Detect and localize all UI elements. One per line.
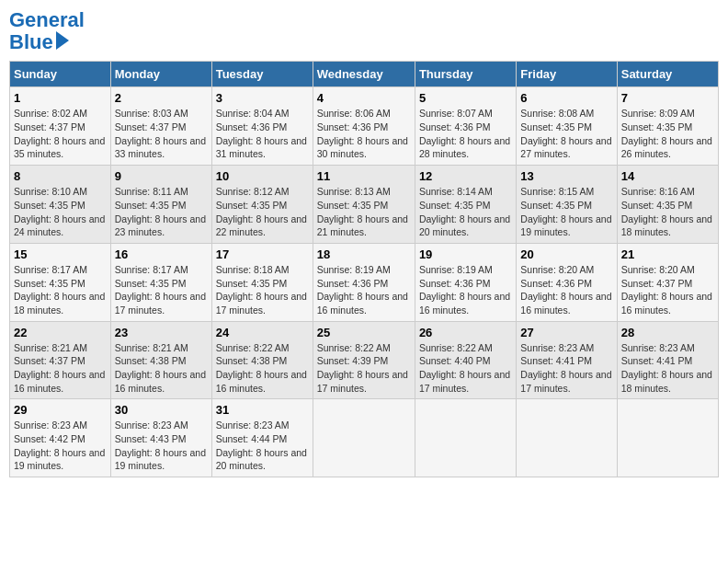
sunset-time: 4:36 PM: [251, 121, 287, 132]
sunset-label: Sunset:: [14, 355, 50, 366]
sunrise-label: Sunrise:: [115, 264, 153, 275]
sunset-label: Sunset:: [216, 433, 252, 444]
calendar-cell: 24 Sunrise: 8:22 AM Sunset: 4:38 PM Dayl…: [211, 321, 313, 399]
sunset-label: Sunset:: [520, 355, 556, 366]
sunrise-label: Sunrise:: [115, 108, 153, 119]
sunrise-label: Sunrise:: [419, 186, 457, 197]
sunrise-label: Sunrise:: [115, 342, 153, 353]
sunrise-label: Sunrise:: [14, 186, 51, 197]
calendar-cell: 8 Sunrise: 8:10 AM Sunset: 4:35 PM Dayli…: [10, 166, 111, 244]
sunset-label: Sunset:: [621, 278, 657, 289]
sunset-label: Sunset:: [216, 355, 252, 366]
calendar-cell: 20 Sunrise: 8:20 AM Sunset: 4:36 PM Dayl…: [517, 243, 617, 321]
day-number: 26: [419, 326, 512, 339]
sunset-label: Sunset:: [419, 278, 455, 289]
day-number: 5: [419, 91, 512, 105]
sunset-time: 4:38 PM: [251, 355, 287, 366]
sunset-time: 4:43 PM: [150, 433, 186, 444]
sunrise-time: 8:06 AM: [355, 108, 391, 119]
sunset-label: Sunset:: [520, 278, 556, 289]
sunset-label: Sunset:: [621, 121, 657, 132]
sunset-time: 4:44 PM: [251, 433, 287, 444]
calendar-cell: [517, 399, 617, 477]
daylight-label: Daylight:: [621, 135, 662, 146]
calendar-cell: 31 Sunrise: 8:23 AM Sunset: 4:44 PM Dayl…: [211, 399, 313, 477]
sunset-time: 4:42 PM: [50, 433, 85, 444]
sunrise-label: Sunrise:: [520, 264, 558, 275]
day-info: Sunrise: 8:07 AM Sunset: 4:36 PM Dayligh…: [419, 107, 512, 161]
header-wednesday: Wednesday: [313, 62, 415, 87]
day-info: Sunrise: 8:23 AM Sunset: 4:42 PM Dayligh…: [14, 419, 107, 473]
daylight-label: Daylight:: [621, 213, 662, 224]
calendar-cell: 7 Sunrise: 8:09 AM Sunset: 4:35 PM Dayli…: [617, 87, 718, 166]
calendar-table: SundayMondayTuesdayWednesdayThursdayFrid…: [9, 61, 719, 477]
calendar-cell: 11 Sunrise: 8:13 AM Sunset: 4:35 PM Dayl…: [313, 166, 415, 244]
week-row-5: 29 Sunrise: 8:23 AM Sunset: 4:42 PM Dayl…: [10, 399, 719, 477]
sunrise-time: 8:13 AM: [355, 186, 391, 197]
sunset-time: 4:35 PM: [556, 200, 592, 211]
sunrise-time: 8:02 AM: [51, 108, 87, 119]
sunrise-time: 8:23 AM: [559, 342, 595, 353]
sunset-time: 4:35 PM: [352, 200, 388, 211]
logo-arrow-icon: [56, 31, 69, 50]
sunrise-label: Sunrise:: [317, 186, 355, 197]
sunrise-label: Sunrise:: [520, 108, 558, 119]
sunset-label: Sunset:: [317, 200, 353, 211]
logo-blue: Blue: [9, 30, 53, 53]
sunset-time: 4:37 PM: [150, 121, 186, 132]
day-info: Sunrise: 8:13 AM Sunset: 4:35 PM Dayligh…: [317, 185, 411, 239]
sunset-time: 4:35 PM: [150, 278, 186, 289]
sunset-time: 4:41 PM: [656, 355, 692, 366]
sunrise-label: Sunrise:: [317, 108, 355, 119]
sunrise-time: 8:08 AM: [559, 108, 595, 119]
calendar-cell: 19 Sunrise: 8:19 AM Sunset: 4:36 PM Dayl…: [415, 243, 516, 321]
daylight-label: Daylight:: [115, 213, 155, 224]
calendar-cell: 6 Sunrise: 8:08 AM Sunset: 4:35 PM Dayli…: [517, 87, 617, 166]
day-number: 22: [14, 326, 107, 339]
sunrise-label: Sunrise:: [317, 264, 355, 275]
daylight-label: Daylight:: [216, 135, 256, 146]
sunset-label: Sunset:: [14, 433, 50, 444]
logo: General Blue: [9, 9, 85, 53]
sunset-label: Sunset:: [216, 278, 252, 289]
daylight-label: Daylight:: [216, 447, 256, 458]
sunset-label: Sunset:: [14, 278, 50, 289]
calendar-cell: 17 Sunrise: 8:18 AM Sunset: 4:35 PM Dayl…: [211, 243, 313, 321]
day-info: Sunrise: 8:12 AM Sunset: 4:35 PM Dayligh…: [216, 185, 309, 239]
day-number: 25: [317, 326, 411, 339]
day-number: 4: [317, 91, 411, 105]
day-number: 28: [621, 326, 714, 339]
day-number: 17: [216, 247, 309, 261]
daylight-label: Daylight:: [520, 213, 561, 224]
sunset-label: Sunset:: [621, 355, 657, 366]
sunrise-label: Sunrise:: [621, 342, 659, 353]
daylight-label: Daylight:: [216, 369, 256, 380]
sunrise-time: 8:15 AM: [559, 186, 595, 197]
daylight-label: Daylight:: [14, 135, 54, 146]
sunset-time: 4:36 PM: [454, 278, 490, 289]
sunrise-label: Sunrise:: [419, 342, 457, 353]
calendar-header: SundayMondayTuesdayWednesdayThursdayFrid…: [10, 62, 719, 87]
sunset-label: Sunset:: [115, 121, 151, 132]
calendar-body: 1 Sunrise: 8:02 AM Sunset: 4:37 PM Dayli…: [10, 87, 719, 477]
calendar-cell: 16 Sunrise: 8:17 AM Sunset: 4:35 PM Dayl…: [110, 243, 211, 321]
day-info: Sunrise: 8:02 AM Sunset: 4:37 PM Dayligh…: [14, 107, 107, 161]
sunset-time: 4:35 PM: [50, 200, 85, 211]
day-info: Sunrise: 8:20 AM Sunset: 4:36 PM Dayligh…: [520, 263, 612, 317]
day-info: Sunrise: 8:23 AM Sunset: 4:43 PM Dayligh…: [115, 419, 208, 473]
calendar-cell: 29 Sunrise: 8:23 AM Sunset: 4:42 PM Dayl…: [10, 399, 111, 477]
header-row: SundayMondayTuesdayWednesdayThursdayFrid…: [10, 62, 719, 87]
day-info: Sunrise: 8:22 AM Sunset: 4:38 PM Dayligh…: [216, 341, 309, 396]
daylight-label: Daylight:: [317, 369, 358, 380]
calendar-cell: 18 Sunrise: 8:19 AM Sunset: 4:36 PM Dayl…: [313, 243, 415, 321]
day-info: Sunrise: 8:20 AM Sunset: 4:37 PM Dayligh…: [621, 263, 714, 317]
day-number: 21: [621, 247, 714, 261]
day-number: 15: [14, 247, 107, 261]
sunrise-time: 8:21 AM: [51, 342, 87, 353]
day-info: Sunrise: 8:21 AM Sunset: 4:38 PM Dayligh…: [115, 341, 208, 396]
sunrise-time: 8:20 AM: [659, 264, 695, 275]
day-info: Sunrise: 8:03 AM Sunset: 4:37 PM Dayligh…: [115, 107, 208, 161]
sunrise-label: Sunrise:: [14, 342, 51, 353]
daylight-label: Daylight:: [419, 291, 460, 302]
calendar-cell: [313, 399, 415, 477]
